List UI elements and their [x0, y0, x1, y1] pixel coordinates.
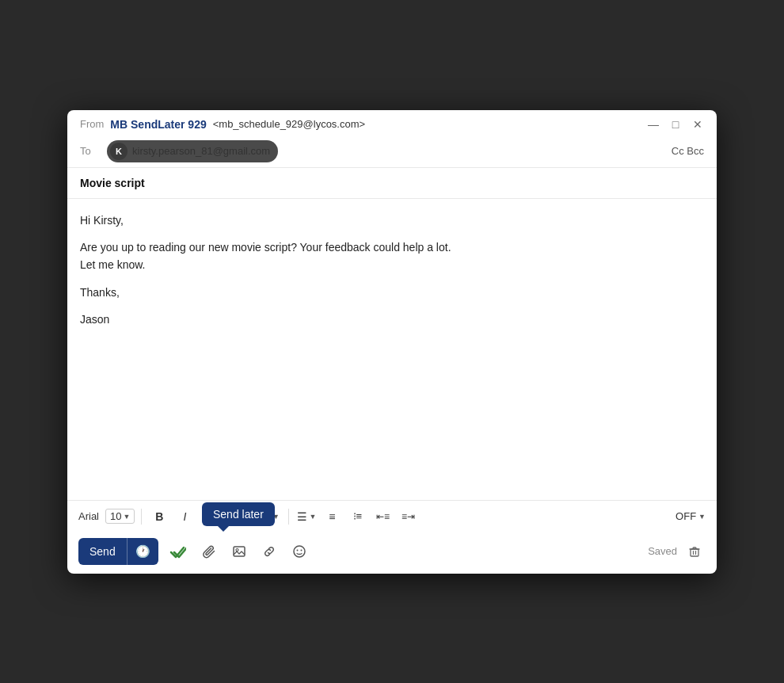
from-section: From MB SendLater 929 <mb_schedule_929@l… — [80, 118, 365, 131]
send-label: Send — [78, 539, 127, 564]
formatting-toolbar: Arial 10 ▼ B I U A ▼ A ▼ ☰ ▼ ≡ ⁝≡ ⇤≡ — [67, 500, 717, 532]
saved-status: Saved — [648, 540, 706, 563]
body-thanks: Thanks, — [80, 284, 704, 301]
attach-file-button[interactable] — [196, 539, 222, 564]
action-toolbar: Send later Send 🕐 — [67, 532, 717, 574]
svg-rect-5 — [691, 549, 698, 556]
subject-row: Movie script — [67, 168, 717, 199]
align-button[interactable]: ☰ ▼ — [295, 506, 318, 528]
svg-point-3 — [296, 549, 298, 551]
sep3 — [288, 509, 289, 525]
insert-emoji-button[interactable] — [287, 539, 312, 564]
align-arrow: ▼ — [309, 513, 316, 521]
maximize-button[interactable]: □ — [669, 118, 682, 131]
close-button[interactable]: ✕ — [691, 118, 704, 131]
ordered-list-button[interactable]: ≡ — [321, 506, 343, 528]
body-content: Are you up to reading our new movie scri… — [80, 238, 704, 274]
window-controls: — □ ✕ — [647, 118, 704, 131]
svg-point-2 — [294, 546, 305, 557]
subject-text: Movie script — [80, 177, 145, 189]
recipient-chip[interactable]: K kirsty.pearson_81@gmail.com — [107, 140, 278, 162]
indent-decrease-button[interactable]: ⇤≡ — [371, 506, 394, 528]
recipient-avatar: K — [110, 143, 127, 160]
send-button[interactable]: Send 🕐 — [78, 538, 158, 565]
sep1 — [141, 509, 142, 525]
send-clock-icon[interactable]: 🕐 — [127, 538, 158, 565]
to-label: To — [80, 145, 99, 157]
sender-email: <mb_schedule_929@lycos.com> — [213, 118, 365, 130]
send-later-tooltip: Send later — [202, 502, 275, 526]
svg-rect-0 — [234, 547, 245, 556]
italic-button[interactable]: I — [173, 506, 196, 528]
bold-button[interactable]: B — [148, 506, 170, 528]
from-label: From — [80, 118, 104, 130]
to-row: To K kirsty.pearson_81@gmail.com Cc Bcc — [67, 135, 717, 168]
email-body[interactable]: Hi Kirsty, Are you up to reading our new… — [67, 199, 717, 500]
indent-increase-button[interactable]: ≡⇥ — [397, 506, 419, 528]
off-toggle[interactable]: OFF ▼ — [676, 510, 706, 522]
sender-name: MB SendLater 929 — [110, 118, 206, 131]
delete-button[interactable] — [683, 540, 706, 563]
insert-image-button[interactable] — [226, 539, 252, 564]
recipient-email: kirsty.pearson_81@gmail.com — [132, 145, 270, 157]
check-button[interactable] — [163, 537, 192, 566]
off-arrow: ▼ — [698, 513, 706, 521]
svg-point-4 — [300, 549, 302, 551]
font-size-select[interactable]: 10 ▼ — [105, 509, 135, 524]
cc-bcc-button[interactable]: Cc Bcc — [672, 145, 704, 157]
compose-window: From MB SendLater 929 <mb_schedule_929@l… — [67, 110, 717, 574]
font-size-arrow: ▼ — [123, 513, 130, 521]
svg-point-1 — [236, 548, 238, 551]
body-signature: Jason — [80, 311, 704, 328]
insert-link-button[interactable] — [257, 539, 282, 564]
title-bar: From MB SendLater 929 <mb_schedule_929@l… — [67, 110, 717, 135]
unordered-list-button[interactable]: ⁝≡ — [346, 506, 368, 528]
font-name-label: Arial — [78, 510, 99, 522]
minimize-button[interactable]: — — [647, 118, 660, 131]
body-greeting: Hi Kirsty, — [80, 212, 704, 229]
